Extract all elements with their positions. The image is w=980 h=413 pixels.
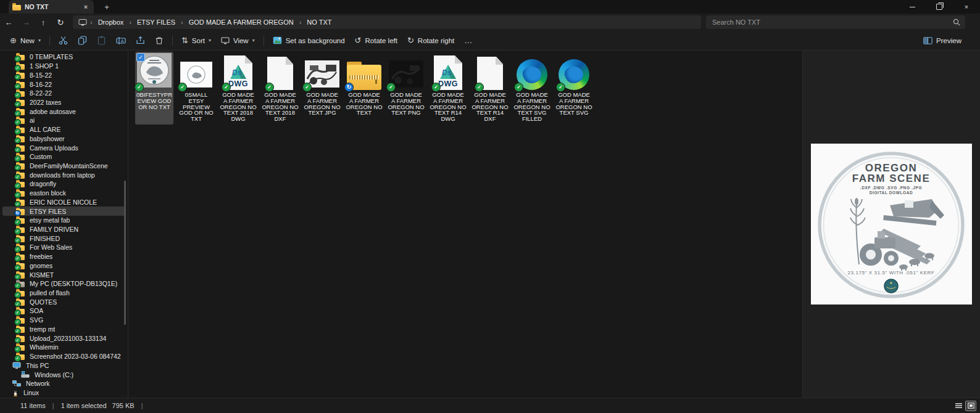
breadcrumb-item[interactable]: Dropbox: [94, 18, 128, 27]
sidebar-item-8-22-22[interactable]: ✓8-22-22: [2, 89, 125, 98]
share-button[interactable]: [131, 33, 150, 48]
close-button[interactable]: ×: [953, 0, 980, 14]
sidebar-item-8-15-22[interactable]: ✓8-15-22: [2, 70, 125, 80]
minimize-button[interactable]: [899, 0, 926, 14]
sidebar-item-deerfamilymountainscene[interactable]: ✓DeerFamilyMountainScene: [2, 162, 125, 171]
large-icons-view-button[interactable]: [965, 401, 976, 411]
sidebar-item-pulled-of-flash[interactable]: ✓pulled of flash: [2, 288, 125, 298]
file-name: GOD MADE A FARMER OREGON NO TEXT R14 DWG: [430, 92, 467, 122]
sidebar-item-all-care[interactable]: ✓ALL CARE: [2, 125, 125, 134]
breadcrumb-item[interactable]: ETSY FILES: [133, 18, 179, 27]
sidebar-item-easton-block[interactable]: ✓easton block: [2, 189, 125, 198]
paste-button[interactable]: [92, 33, 111, 48]
sidebar-item-label: FINISHED: [30, 235, 60, 242]
rename-button[interactable]: A: [111, 33, 131, 48]
sidebar-item-0-templates[interactable]: ✓0 TEMPLATES: [2, 52, 125, 62]
synced-check-icon: ✓: [514, 83, 523, 92]
sidebar-item-quotes[interactable]: ✓QUOTES: [2, 297, 125, 306]
sidebar-item-adobe-autosave[interactable]: ✓adobe autosave: [2, 107, 125, 116]
details-view-button[interactable]: [953, 401, 964, 411]
sidebar-item-etsy-files[interactable]: ↻ETSY FILES: [2, 206, 125, 216]
sort-button[interactable]: ⇅ Sort ▾: [176, 33, 216, 48]
sidebar-item-screenshot-2023-03-06-084742[interactable]: ✓Screenshot 2023-03-06 084742: [2, 352, 125, 361]
file-item[interactable]: ✓GOD MADE A FARMER OREGON NO TEXT 2018 D…: [261, 52, 299, 125]
sidebar-item-downloads-from-laptop[interactable]: ✓downloads from laptop: [2, 170, 125, 179]
sidebar-item-label: pulled of flash: [30, 289, 70, 296]
sidebar-item-etsy-metal-fab[interactable]: ✓etsy metal fab: [2, 216, 125, 225]
sidebar-item-tremp-mt[interactable]: ✓tremp mt: [2, 325, 125, 334]
breadcrumb-bar[interactable]: ›Dropbox›ETSY FILES›GOD MADE A FARMER OR…: [73, 15, 701, 29]
file-item[interactable]: ✓GOD MADE A FARMER OREGON NO TEXT R14 DX…: [471, 52, 509, 125]
synced-check-icon: ✓: [14, 301, 21, 308]
sidebar-item-this-pc[interactable]: This PC: [2, 361, 125, 370]
copy-button[interactable]: [73, 33, 92, 48]
forward-button[interactable]: →: [17, 18, 35, 27]
search-box[interactable]: [706, 15, 965, 29]
sidebar-item-eric-nicole-nicole[interactable]: ✓ERIC NICOLE NICOLE: [2, 198, 125, 207]
maker-logo-badge: [884, 279, 898, 293]
file-item[interactable]: ↻GOD MADE A FARMER OREGON NO TEXT: [345, 52, 383, 125]
large-icons-view-icon: [968, 403, 974, 409]
sidebar-item-8-16-22[interactable]: ✓8-16-22: [2, 80, 125, 89]
sidebar-scrollbar[interactable]: [124, 181, 126, 325]
file-item[interactable]: ✓GOD MADE A FARMER OREGON NO TEXT PNG: [387, 52, 425, 125]
preview-toggle-button[interactable]: Preview: [918, 33, 966, 48]
explorer-tab[interactable]: NO TXT ×: [9, 0, 94, 14]
sidebar-item-my-pc-desktop-db13q1e[interactable]: ✓My PC (DESKTOP-DB13Q1E): [2, 279, 125, 288]
sidebar-item-whalemin[interactable]: ✓Whalemin: [2, 343, 125, 352]
file-item[interactable]: ✓GOD MADE A FARMER OREGON NO TEXT SVG: [555, 52, 593, 125]
restore-button[interactable]: [926, 0, 953, 14]
sidebar-item-kismet[interactable]: ✓KISMET: [2, 270, 125, 279]
rotate-right-button[interactable]: ↻ Rotate right: [402, 33, 459, 48]
sidebar-item-ai[interactable]: ✓ai: [2, 116, 125, 125]
sidebar-item-linux[interactable]: Linux: [2, 388, 125, 398]
sidebar-item-freebies[interactable]: ✓freebies: [2, 252, 125, 261]
sidebar-item-finished[interactable]: ✓FINISHED: [2, 234, 125, 243]
sidebar-item-babyshower[interactable]: ✓babyshower: [2, 134, 125, 143]
synced-check-icon: ✓: [178, 83, 187, 92]
file-item[interactable]: ✓0SMALL ETSY PREVIEW GOD OR NO TXT: [177, 52, 215, 125]
synced-check-icon: ✓: [265, 83, 274, 92]
file-item[interactable]: DsDWG✓GOD MADE A FARMER OREGON NO TEXT R…: [429, 52, 467, 125]
sidebar-item-soa[interactable]: ✓SOA: [2, 306, 125, 316]
sidebar-item-gnomes[interactable]: ✓gnomes: [2, 261, 125, 271]
search-input[interactable]: [711, 18, 953, 27]
sidebar-item-label: Linux: [23, 389, 39, 396]
refresh-button[interactable]: ↻: [52, 18, 69, 27]
rotate-left-button[interactable]: ↺ Rotate left: [350, 33, 402, 48]
new-tab-button[interactable]: +: [101, 2, 112, 12]
sidebar-item-for-web-sales[interactable]: ✓For Web Sales: [2, 243, 125, 252]
preview-image: OREGON FARM SCENE .DXF .DWG .SVG .PNG .J…: [811, 144, 972, 305]
breadcrumb-item[interactable]: NO TXT: [303, 18, 335, 27]
view-button[interactable]: View ▾: [216, 33, 260, 48]
sidebar-item-windows-c[interactable]: Windows (C:): [2, 370, 125, 379]
sidebar-item-1-shop-1[interactable]: ✓1 SHOP 1: [2, 62, 125, 71]
back-button[interactable]: ←: [0, 18, 17, 27]
selection-status: 1 item selected: [61, 402, 107, 409]
new-button[interactable]: ⊕ New ▾: [5, 33, 46, 48]
tab-close-icon[interactable]: ×: [81, 3, 90, 10]
up-button[interactable]: ↑: [35, 18, 52, 27]
rename-icon: A: [116, 36, 126, 45]
file-item[interactable]: ✓GOD MADE A FARMER OREGON NO TEXT JPG: [303, 52, 341, 125]
sidebar-item-svg[interactable]: ✓SVG: [2, 316, 125, 325]
sidebar-item-network[interactable]: Network: [2, 379, 125, 388]
set-as-background-button[interactable]: Set as background: [268, 33, 350, 48]
delete-button[interactable]: [150, 33, 168, 48]
more-options-button[interactable]: …: [459, 33, 477, 48]
sidebar-item-custom[interactable]: ✓Custom: [2, 152, 125, 162]
sidebar-item-family-driven[interactable]: ✓FAMILY DRIVEN: [2, 225, 125, 234]
sidebar-item-label: 2022 taxes: [30, 99, 61, 106]
sidebar-item-2022-taxes[interactable]: ✓2022 taxes: [2, 98, 125, 107]
file-item[interactable]: ✓✓0BIFESTYPREVIEW GOD OR NO TXT: [135, 52, 173, 125]
file-item[interactable]: ✓GOD MADE A FARMER OREGON NO TEXT SVG FI…: [513, 52, 551, 125]
synced-check-icon: ✓: [14, 165, 21, 171]
sidebar-item-dragonfly[interactable]: ✓dragonfly: [2, 179, 125, 189]
chevron-down-icon: ▾: [38, 38, 41, 43]
file-item[interactable]: DsDWG✓GOD MADE A FARMER OREGON NO TEXT 2…: [219, 52, 257, 125]
selected-checkbox-icon[interactable]: ✓: [136, 53, 145, 62]
breadcrumb-item[interactable]: GOD MADE A FARMER OREGON: [185, 18, 297, 27]
sidebar-item-camera-uploads[interactable]: ✓Camera Uploads: [2, 143, 125, 152]
cut-button[interactable]: [54, 33, 73, 48]
sidebar-item-upload-20231003-133134[interactable]: ✓Upload_20231003-133134: [2, 333, 125, 343]
